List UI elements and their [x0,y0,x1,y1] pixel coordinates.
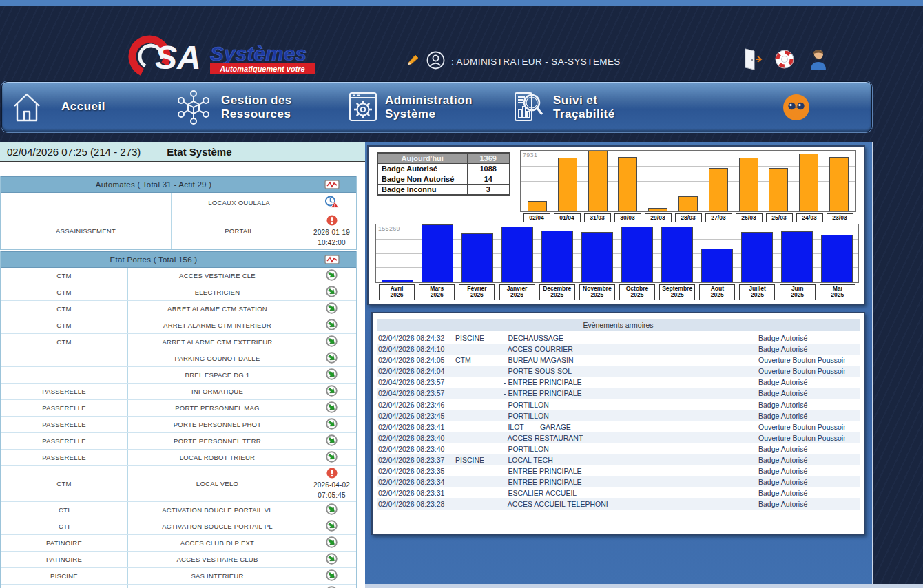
stats-row: Aujourd'hui1369 [377,153,510,164]
nav-item-ressources[interactable]: Gestion desRessources [221,94,292,121]
table-row[interactable]: CTMELECTRICIEN [1,284,356,301]
site-cell [1,350,128,366]
badges-stats-card: Aujourd'hui1369Badge Autorisé1088Badge N… [367,145,865,305]
table-row[interactable]: CTMBUREAU ESPACES VERTS [1,585,356,588]
table-row[interactable]: LOCAUX OUULALA [1,193,356,213]
binoculars-icon[interactable] [782,93,811,125]
door-ok-icon[interactable] [326,319,338,332]
site-cell: CTM [1,268,128,284]
table-row[interactable]: CTIACTIVATION BOUCLE PORTAIL VL [1,502,356,518]
event-door: - LOCAL TECH [504,456,553,464]
door-ok-icon[interactable] [326,451,338,464]
door-ok-icon[interactable] [326,368,338,381]
activity-chart-icon[interactable] [307,252,356,267]
bottom-scroll-strip[interactable] [365,584,923,588]
door-ok-icon[interactable] [326,286,338,299]
monthly-badges-bar [701,249,733,282]
event-status: Badge Autorisé [758,445,807,453]
site-cell: CTM [1,466,128,501]
home-icon[interactable] [9,90,45,128]
nav-item-accueil[interactable]: Accueil [61,100,105,114]
nav-item-administration[interactable]: AdministrationSystème [385,94,473,121]
door-cell: ACTIVATION BOUCLE PORTAIL PL [128,518,307,534]
door-ok-icon[interactable] [326,401,338,414]
table-row[interactable]: PASSERELLELOCAL ROBOT TRIEUR [1,450,356,466]
x-tick-label: Juin2025 [780,284,816,300]
stats-label: Badge Autorisé [377,164,467,174]
event-door: - PORTILLON [504,412,549,420]
resources-network-icon[interactable] [174,88,213,129]
stats-value: 1088 [467,164,510,174]
table-row[interactable]: CTMARRET ALARME CTM INTERIEUR [1,317,356,334]
table-row[interactable]: PISCINESAS INTERIEUR [1,568,356,585]
portes-table-header: Etat Portes ( Total 156 ) [1,251,356,268]
event-time: 02/04/2026 08:23:28 [378,500,444,508]
event-door: - ACCES ACCUEIL TELEPHONI [504,500,608,508]
event-time: 02/04/2026 08:23:57 [378,389,444,397]
table-row[interactable]: CTMARRET ALARME CTM EXTERIEUR [1,334,356,350]
edit-pencil-icon[interactable] [405,53,420,71]
door-ok-icon[interactable] [326,418,338,431]
portes-table: Etat Portes ( Total 156 ) CTMACCES VESTI… [0,251,357,588]
door-ok-icon[interactable] [326,352,338,365]
daily-badges-bar [799,154,818,211]
table-row[interactable]: PASSERELLEPORTE PERSONNEL PHOT [1,417,356,433]
event-row: 02/04/2026 08:23:37PISCINE- LOCAL TECHBa… [377,454,860,465]
admin-gear-window-icon[interactable] [345,89,381,127]
activity-chart-icon[interactable] [307,177,356,192]
logout-door-icon[interactable] [743,48,763,74]
stats-row: Badge Autorisé1088 [377,164,510,174]
stats-label: Badge Non Autorisé [377,174,467,185]
event-time: 02/04/2026 08:23:46 [378,401,444,409]
door-ok-icon[interactable] [326,503,338,516]
door-cell: PORTAIL [172,213,307,249]
event-status: Badge Autorisé [758,334,807,342]
table-row[interactable]: CTMLOCAL VELO2026-04-0207:05:45 [1,466,356,502]
user-profile-icon[interactable] [426,51,445,72]
table-row[interactable]: PASSERELLEPORTE PERSONNEL TERR [1,433,356,450]
stats-value: 14 [467,174,510,185]
audit-magnifier-icon[interactable] [510,89,547,129]
door-ok-icon[interactable] [326,520,338,533]
event-row: 02/04/2026 08:24:04- PORTE SOUS SOL-Ouve… [377,366,860,377]
table-row[interactable]: BREL ESPACE DG 1 [1,367,356,384]
event-status: Badge Autorisé [758,401,807,409]
clock-alert-icon[interactable] [324,196,340,210]
table-row[interactable]: PATINOIREACCES VESTIAIRE CLUB [1,552,356,568]
status-date: 2026-01-19 [313,228,350,238]
door-ok-icon[interactable] [326,385,338,398]
logged-user-label: : ADMINISTRATEUR - SA-SYSTEMES [451,56,621,67]
event-status: Badge Autorisé [758,456,807,464]
event-time: 02/04/2026 08:23:41 [378,423,444,431]
event-site: CTM [455,356,471,364]
nav-item-suivi[interactable]: Suivi etTraçabilité [553,94,615,121]
table-row[interactable]: ASSAINISSEMENTPORTAIL2026-01-1910:42:00 [1,213,356,249]
alert-icon[interactable] [326,215,338,227]
table-row[interactable]: CTIACTIVATION BOUCLE PORTAIL PL [1,518,356,535]
table-row[interactable]: CTMACCES VESTIAIRE CLE [1,268,356,284]
badge-stats-table: Aujourd'hui1369Badge Autorisé1088Badge N… [377,152,510,196]
alert-icon[interactable] [326,468,338,480]
door-cell: ACCES CLUB DLP EXT [128,535,307,551]
site-cell: CTM [1,585,128,588]
door-ok-icon[interactable] [326,553,338,566]
table-row[interactable]: PATINOIREACCES CLUB DLP EXT [1,535,356,552]
daily-badges-bar [618,157,637,211]
door-ok-icon[interactable] [326,269,338,282]
table-row[interactable]: PASSERELLEINFORMATIQUE [1,384,356,400]
door-ok-icon[interactable] [326,434,338,448]
table-row[interactable]: PASSERELLEPORTE PERSONNEL MAG [1,400,356,417]
table-row[interactable]: PARKING GOUNOT DALLE [1,350,356,367]
help-lifebuoy-icon[interactable] [774,48,796,73]
door-ok-icon[interactable] [326,536,338,549]
event-time: 02/04/2026 08:23:40 [378,434,444,442]
door-ok-icon[interactable] [326,335,338,348]
event-extra: - [593,367,596,375]
door-ok-icon[interactable] [326,302,338,315]
door-ok-icon[interactable] [326,569,338,582]
table-row[interactable]: CTMARRET ALARME CTM STATION [1,301,356,317]
x-tick-label: Avril2026 [379,284,415,300]
support-agent-icon[interactable] [806,47,831,74]
event-site: PISCINE [455,334,484,342]
x-tick-label: Février2026 [459,284,495,300]
